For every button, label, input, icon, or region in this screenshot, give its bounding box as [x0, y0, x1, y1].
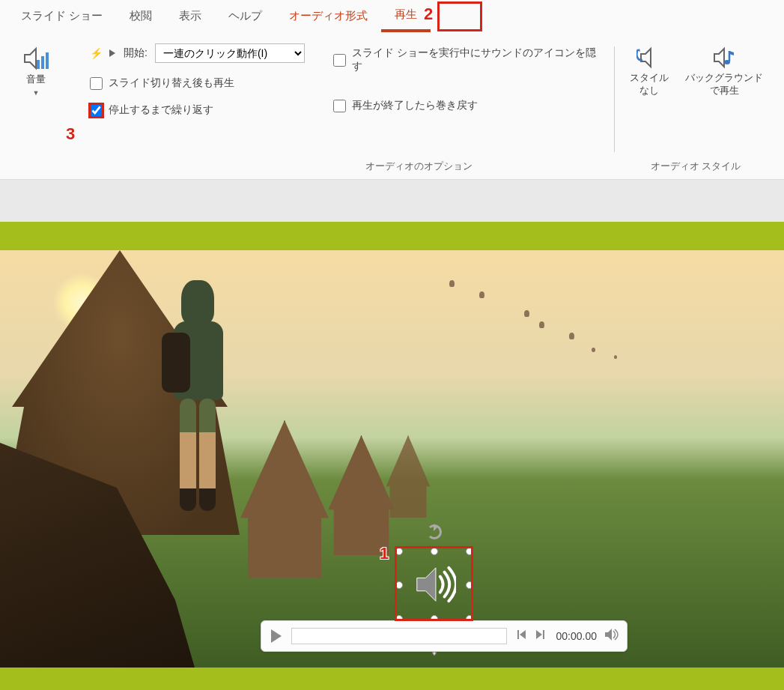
ribbon: 音量 ▼ ⚡ 開始: 一連のクリック動作(I) スライド切り替え後も再生 停止す…	[0, 31, 784, 180]
tab-view[interactable]: 表示	[165, 1, 215, 31]
tab-slideshow[interactable]: スライド ショー	[7, 1, 116, 31]
no-style-label: スタイル なし	[630, 72, 669, 97]
annotation-num-2: 2	[424, 4, 433, 24]
svg-point-3	[724, 60, 730, 64]
play-small-icon	[109, 49, 116, 58]
group-styles: スタイル なし バックグラウンド で再生 オーディオ スタイル	[615, 43, 777, 173]
hide-icon-check[interactable]: スライド ショーを実行中にサウンドのアイコンを隠す	[333, 46, 605, 73]
group-styles-label: オーディオ スタイル	[651, 155, 741, 173]
no-style-button[interactable]: スタイル なし	[624, 43, 675, 100]
annotation-num-3: 3	[66, 124, 75, 144]
rotate-handle[interactable]	[427, 524, 442, 539]
play-button[interactable]	[269, 628, 284, 644]
tab-help[interactable]: ヘルプ	[215, 1, 276, 31]
audio-player-bar: 00:00.00	[261, 620, 627, 652]
bg-play-label: バックグラウンド で再生	[685, 72, 763, 97]
loop-check[interactable]: 停止するまで繰り返す	[90, 103, 305, 117]
group-options-right: スライド ショーを実行中にサウンドのアイコンを隠す 再生が終了したら巻き戻す オ…	[314, 43, 614, 173]
start-row: ⚡ 開始: 一連のクリック動作(I)	[90, 43, 305, 63]
group-options-left: ⚡ 開始: 一連のクリック動作(I) スライド切り替え後も再生 停止するまで繰り…	[70, 43, 314, 173]
volume-button[interactable]: 音量 ▼	[10, 43, 61, 100]
rewind-check[interactable]: 再生が終了したら巻き戻す	[333, 99, 605, 112]
volume-button-player[interactable]	[604, 628, 619, 644]
svg-rect-1	[41, 56, 44, 69]
start-label: 開始:	[124, 46, 148, 60]
svg-rect-2	[46, 52, 49, 69]
speaker-reset-icon	[636, 46, 662, 69]
play-across-label: スライド切り替え後も再生	[109, 76, 234, 90]
tab-review[interactable]: 校閲	[116, 1, 165, 31]
play-across-checkbox[interactable]	[90, 77, 103, 90]
slide-accent-bottom	[0, 668, 784, 690]
rewind-label: 再生が終了したら巻き戻す	[352, 99, 478, 112]
speaker-note-icon	[711, 46, 737, 69]
tab-audio-format[interactable]: オーディオ形式	[276, 1, 381, 31]
hide-icon-checkbox[interactable]	[333, 54, 346, 67]
play-across-check[interactable]: スライド切り替え後も再生	[90, 76, 305, 90]
group-options-label: オーディオのオプション	[365, 155, 472, 173]
hide-icon-label: スライド ショーを実行中にサウンドのアイコンを隠す	[352, 46, 605, 73]
rewind-checkbox[interactable]	[333, 100, 346, 112]
annotation-box-2	[437, 1, 482, 31]
ribbon-tabs: スライド ショー 校閲 表示 ヘルプ オーディオ形式 再生	[0, 0, 784, 31]
speaker-icon	[22, 46, 49, 70]
loop-checkbox[interactable]	[90, 104, 103, 117]
annotation-num-1: 1	[380, 544, 389, 563]
step-back-button[interactable]	[514, 629, 528, 644]
chevron-down-icon: ▼	[33, 89, 40, 97]
svg-rect-0	[37, 60, 40, 69]
audio-time: 00:00.00	[556, 630, 598, 642]
step-fwd-button[interactable]	[535, 629, 549, 644]
person-figure	[157, 280, 240, 550]
annotation-box-1	[395, 546, 473, 621]
loop-label: 停止するまで繰り返す	[109, 103, 213, 117]
slide-accent-top	[0, 222, 784, 250]
audio-progress[interactable]	[291, 628, 507, 644]
start-select[interactable]: 一連のクリック動作(I)	[155, 43, 305, 63]
lightning-icon: ⚡	[90, 47, 103, 59]
volume-label: 音量	[26, 73, 46, 86]
bg-play-button[interactable]: バックグラウンド で再生	[681, 43, 768, 100]
slide-image[interactable]	[0, 250, 784, 668]
group-volume: 音量 ▼	[7, 43, 70, 173]
